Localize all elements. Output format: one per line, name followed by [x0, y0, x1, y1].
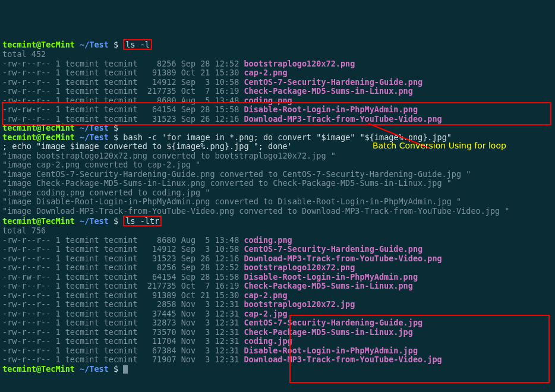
total-line: total 452	[2, 49, 46, 59]
highlight-box-cmd1: ls -l	[123, 39, 152, 50]
file-name: CentOS-7-Security-Hardening-Guide.png	[244, 77, 422, 87]
conversion-output: "image Check-Package-MD5-Sums-in-Linux.p…	[2, 178, 452, 188]
prompt-user: tecmint@TecMint	[2, 132, 75, 142]
file-name: Download-MP3-Track-from-YouTube-Video.pn…	[244, 254, 442, 263]
prompt-path: ~/Test	[80, 364, 109, 374]
file-name: Disable-Root-Login-in-PhpMyAdmin.png	[244, 272, 418, 282]
terminal-output[interactable]: tecmint@TecMint ~/Test $ ls -l total 452…	[2, 39, 553, 374]
file-name: coding.jpg	[244, 336, 292, 346]
file-perms: -rw-r--r-- 1 tecmint tecmint 31523 Sep 2…	[2, 254, 239, 263]
highlight-box-cmd3: ls -ltr	[123, 216, 162, 226]
cmd-ls-l: ls -l	[125, 40, 150, 49]
file-perms: -rw-r--r-- 1 tecmint tecmint 14912 Sep 3…	[2, 77, 239, 87]
file-name: Disable-Root-Login-in-PhpMyAdmin.jpg	[244, 346, 418, 355]
file-name: Check-Package-MD5-Sums-in-Linux.png	[244, 86, 412, 96]
cmd-ls-ltr: ls -ltr	[125, 216, 159, 226]
file-perms: -rw-r--r-- 1 tecmint tecmint 73570 Nov 3…	[2, 327, 239, 337]
file-name: cap-2.png	[244, 290, 287, 300]
annotation-text: Batch Conversion Using for loop	[373, 141, 506, 151]
file-name: cap-2.png	[244, 68, 287, 77]
file-perms: -rw-rw-r-- 1 tecmint tecmint 64154 Sep 2…	[2, 272, 239, 282]
cmd-bash-convert-cont: ; echo "image $image converted to ${imag…	[2, 141, 292, 151]
file-name: bootstraplogo120x72.png	[244, 59, 355, 68]
conversion-output: "image Download-MP3-Track-from-YouTube-V…	[2, 206, 509, 216]
file-perms: -rw-r--r-- 1 tecmint tecmint 11704 Nov 3…	[2, 336, 239, 346]
file-perms: -rw-r--r-- 1 tecmint tecmint 8680 Aug 5 …	[2, 235, 239, 245]
file-name: bootstraplogo120x72.png	[244, 263, 355, 272]
prompt-user: tecmint@TecMint	[2, 123, 75, 132]
file-perms: -rw-r--r-- 1 tecmint tecmint 32873 Nov 3…	[2, 318, 239, 327]
file-perms: -rw-r--r-- 1 tecmint tecmint 8256 Sep 28…	[2, 263, 239, 272]
file-perms: -rw-r--r-- 1 tecmint tecmint 91389 Oct 2…	[2, 290, 239, 300]
file-perms: -rw-r--r-- 1 tecmint tecmint 71907 Nov 3…	[2, 355, 239, 364]
prompt-path: ~/Test	[80, 132, 109, 142]
file-perms: -rw-r--r-- 1 tecmint tecmint 91389 Oct 2…	[2, 68, 239, 77]
file-perms: -rw-r--r-- 1 tecmint tecmint 37445 Nov 3…	[2, 309, 239, 318]
conversion-output: "image cap-2.png converted to cap-2.jpg …	[2, 160, 200, 169]
prompt-dollar: $	[113, 216, 118, 226]
prompt-path: ~/Test	[80, 40, 109, 49]
prompt-dollar: $	[113, 132, 118, 142]
prompt-dollar: $	[113, 364, 118, 374]
file-name: coding.png	[244, 235, 292, 245]
file-perms: -rw-r--r-- 1 tecmint tecmint 217735 Oct …	[2, 281, 239, 290]
conversion-output: "image CentOS-7-Security-Hardening-Guide…	[2, 169, 471, 179]
file-perms: -rw-r--r-- 1 tecmint tecmint 217735 Oct …	[2, 86, 239, 96]
file-perms: -rw-r--r-- 1 tecmint tecmint 14912 Sep 3…	[2, 244, 239, 254]
conversion-output: "image coding.png converted to coding.jp…	[2, 188, 210, 197]
prompt-user: tecmint@TecMint	[2, 216, 75, 226]
file-perms: -rw-rw-r-- 1 tecmint tecmint 64154 Sep 2…	[2, 105, 239, 114]
total-line: total 756	[2, 226, 46, 235]
file-perms: -rw-r--r-- 1 tecmint tecmint 31523 Sep 2…	[2, 114, 239, 124]
prompt-dollar: $	[113, 123, 118, 132]
file-perms: -rw-r--r-- 1 tecmint tecmint 8680 Aug 5 …	[2, 96, 239, 105]
file-perms: -rw-r--r-- 1 tecmint tecmint 8256 Sep 28…	[2, 59, 239, 68]
conversion-output: "image Disable-Root-Login-in-PhpMyAdmin.…	[2, 197, 461, 206]
file-perms: -rw-r--r-- 1 tecmint tecmint 2858 Nov 3 …	[2, 299, 239, 309]
file-name: CentOS-7-Security-Hardening-Guide.png	[244, 244, 422, 254]
file-name: bootstraplogo120x72.jpg	[244, 299, 355, 309]
file-name: cap-2.jpg	[244, 309, 287, 318]
prompt-user: tecmint@TecMint	[2, 364, 75, 374]
cursor	[123, 365, 128, 374]
prompt-path: ~/Test	[80, 216, 109, 226]
file-name: Check-Package-MD5-Sums-in-Linux.png	[244, 281, 412, 290]
file-perms: -rw-r--r-- 1 tecmint tecmint 67384 Nov 3…	[2, 346, 239, 355]
file-name: CentOS-7-Security-Hardening-Guide.jpg	[244, 318, 422, 327]
file-name: Check-Package-MD5-Sums-in-Linux.jpg	[244, 327, 412, 337]
file-name: coding.png	[244, 96, 292, 105]
conversion-output: "image bootstraplogo120x72.png converted…	[2, 151, 336, 160]
prompt-path: ~/Test	[80, 123, 109, 132]
file-name: Download-MP3-Track-from-YouTube-Video.jp…	[244, 355, 442, 364]
file-name: Download-MP3-Track-from-YouTube-Video.pn…	[244, 114, 442, 124]
file-name: Disable-Root-Login-in-PhpMyAdmin.png	[244, 105, 418, 114]
prompt-user: tecmint@TecMint	[2, 40, 75, 49]
prompt-dollar: $	[113, 40, 118, 49]
